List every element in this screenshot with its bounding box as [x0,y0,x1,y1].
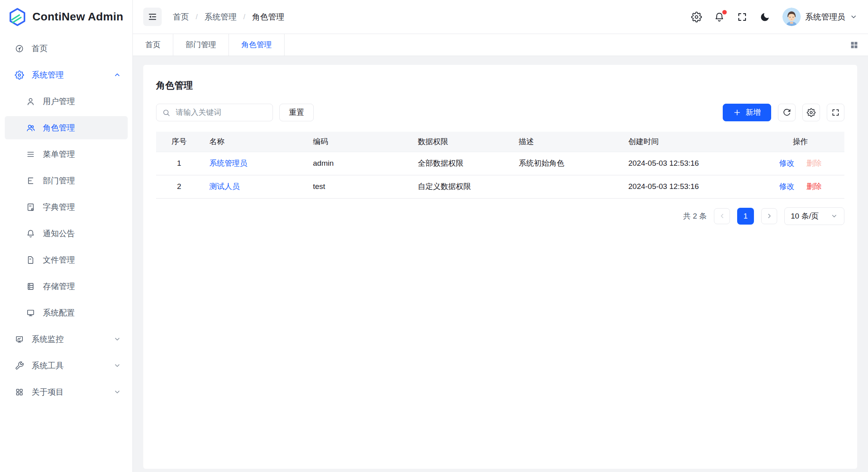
sidebar-item-label: 系统配置 [43,307,75,318]
sidebar-item-system-config[interactable]: 系统配置 [5,301,128,324]
sidebar-item-system-management[interactable]: 系统管理 [5,63,128,86]
chevron-up-icon [113,71,121,79]
sidebar-item-user-management[interactable]: 用户管理 [5,90,128,113]
search-box [156,104,273,121]
sidebar-item-label: 部门管理 [43,175,75,186]
sidebar-item-file-management[interactable]: 文件管理 [5,248,128,271]
cell-desc: 系统初始角色 [511,152,621,175]
search-input[interactable] [175,108,267,117]
sidebar-item-label: 用户管理 [43,96,75,107]
notifications-button[interactable] [714,12,725,22]
sidebar-item-system-tools[interactable]: 系统工具 [5,354,128,377]
gear-icon [691,12,702,22]
toolbar: 重置 新增 [156,104,844,121]
sidebar-collapse-button[interactable] [143,8,162,26]
role-table: 序号 名称 编码 数据权限 描述 创建时间 操作 1 系统管理员 [156,132,844,199]
next-page-button[interactable] [761,208,777,224]
notification-dot [722,10,727,14]
sidebar-item-home[interactable]: 首页 [5,37,128,60]
tab-home[interactable]: 首页 [133,34,173,56]
settings-button[interactable] [691,12,702,22]
cell-index: 1 [156,152,202,175]
cell-created: 2024-05-03 12:53:16 [621,175,756,198]
sidebar-item-menu-management[interactable]: 菜单管理 [5,143,128,166]
refresh-icon [782,108,791,117]
add-button-label: 新增 [746,107,761,118]
add-button[interactable]: 新增 [723,104,771,121]
sidebar-item-dict-management[interactable]: 字典管理 [5,195,128,219]
table-fullscreen-button[interactable] [827,104,844,121]
sidebar-nav: 首页 系统管理 用户管理 角色管理 菜单管理 部门管理 [0,34,132,472]
chevron-left-icon [718,212,726,220]
gear-icon [14,70,24,80]
sidebar-item-role-management[interactable]: 角色管理 [5,116,128,139]
prev-page-button[interactable] [714,208,730,224]
sidebar-item-label: 首页 [32,43,48,54]
delete-link-disabled: 删除 [806,159,822,167]
breadcrumb-item-role: 角色管理 [252,12,284,22]
user-menu[interactable]: 系统管理员 [782,8,858,26]
breadcrumb-separator: / [196,13,198,21]
tree-icon [26,176,35,185]
role-management-card: 角色管理 重置 新增 [143,65,857,469]
cell-desc [511,175,621,198]
sidebar-item-label: 字典管理 [43,202,75,213]
menu-icon [26,149,35,159]
fullscreen-button[interactable] [737,12,748,22]
dark-mode-toggle[interactable] [760,12,770,22]
bell-icon [26,229,35,238]
chevron-down-icon [113,388,121,396]
cell-code: test [306,175,411,198]
apps-icon [14,387,24,397]
app-logo[interactable]: ContiNew Admin [0,0,132,34]
table-header-row: 序号 名称 编码 数据权限 描述 创建时间 操作 [156,132,844,152]
sidebar-item-storage-management[interactable]: 存储管理 [5,275,128,298]
fullscreen-icon [831,108,840,117]
edit-link[interactable]: 修改 [779,182,794,191]
tab-role[interactable]: 角色管理 [229,34,285,56]
page-number-button[interactable]: 1 [737,208,754,225]
toolbar-right: 新增 [723,104,844,121]
sidebar-item-notice[interactable]: 通知公告 [5,222,128,245]
breadcrumb-item-system[interactable]: 系统管理 [204,12,237,22]
sidebar-item-label: 角色管理 [43,123,75,133]
dictionary-icon [26,202,35,212]
content-area: 角色管理 重置 新增 [133,56,868,472]
refresh-button[interactable] [778,104,796,121]
breadcrumb: 首页 / 系统管理 / 角色管理 [173,12,284,22]
tab-label: 首页 [145,40,160,50]
page-size-value: 10 条/页 [791,211,819,221]
tab-department[interactable]: 部门管理 [173,34,229,56]
fullscreen-icon [737,12,748,22]
cell-code: admin [306,152,411,175]
role-name-link[interactable]: 系统管理员 [209,159,247,167]
logo-icon [8,8,27,26]
sidebar-item-department-management[interactable]: 部门管理 [5,169,128,192]
role-name-link[interactable]: 测试人员 [209,182,240,191]
delete-link[interactable]: 删除 [806,182,822,191]
tab-label: 部门管理 [186,40,216,50]
monitor-icon [26,308,35,317]
monitor-chart-icon [14,334,24,344]
chevron-down-icon [113,362,121,370]
user-icon [26,96,35,106]
page-size-select[interactable]: 10 条/页 [784,207,844,225]
column-header-desc: 描述 [511,132,621,152]
menu-fold-icon [147,12,158,22]
table-row: 2 测试人员 test 自定义数据权限 2024-05-03 12:53:16 … [156,175,844,198]
chevron-down-icon [113,335,121,343]
sidebar-item-label: 系统工具 [32,360,64,371]
breadcrumb-item-home[interactable]: 首页 [173,12,189,22]
reset-button[interactable]: 重置 [279,104,314,121]
page-title: 角色管理 [156,79,844,92]
sidebar-item-label: 系统监控 [32,334,64,345]
column-header-created: 创建时间 [621,132,756,152]
sidebar-item-label: 文件管理 [43,255,75,265]
edit-link[interactable]: 修改 [779,159,794,167]
chevron-right-icon [766,212,773,220]
tab-options-button[interactable] [849,34,868,56]
sidebar-item-system-monitor[interactable]: 系统监控 [5,327,128,351]
column-header-code: 编码 [306,132,411,152]
sidebar-item-about-project[interactable]: 关于项目 [5,380,128,404]
column-settings-button[interactable] [802,104,820,121]
